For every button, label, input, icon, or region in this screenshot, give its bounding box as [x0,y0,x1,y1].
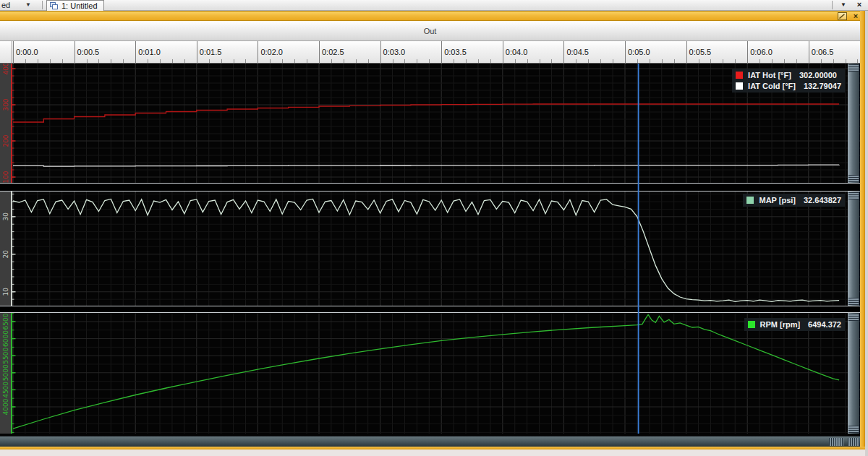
ruler-minor-tick [209,59,210,63]
window-menu-button[interactable]: ▼ [836,0,851,10]
ruler-tick-label: 0:03.0 [383,48,406,56]
window-close-button[interactable]: × [852,0,867,10]
ruler-minor-tick [833,59,834,63]
legend-rpm: RPM [rpm] 6494.372 [744,318,846,331]
ruler-minor-tick [429,59,430,63]
ruler-minor-tick [637,59,638,63]
ruler-minor-tick [551,59,552,63]
ruler-major-tick [563,41,564,64]
legend-row: IAT Cold [°F] 132.79047 [736,81,841,91]
scrollbar-grip[interactable] [848,64,859,72]
ruler-minor-tick [490,59,491,63]
plot-title: Out [424,27,437,35]
ruler-minor-tick [62,59,63,63]
wrench-icon [838,13,846,20]
ruler-major-tick [319,41,320,64]
ruler-minor-tick [50,59,51,63]
scrollbar-grip[interactable] [848,314,859,321]
ruler-tick-label: 0:00.5 [77,48,100,56]
ruler-minor-tick [417,59,417,63]
ruler-major-tick [197,41,197,64]
ruler-minor-tick [735,59,736,63]
ruler-minor-tick [662,59,663,63]
ruler-tick-label: 0:02.5 [322,48,344,56]
ruler-minor-tick [515,59,516,63]
y-axis-tick-label: 400 [2,64,9,75]
ruler-major-tick [747,41,748,64]
scrollbar-grip[interactable] [848,175,859,182]
plot-header: Out [0,21,860,41]
ruler-minor-tick [331,59,332,63]
toolbar-separator [832,1,833,9]
tab-untitled[interactable]: 1: Untitled [46,0,104,11]
ruler-tick-label: 0:06.0 [750,48,773,56]
ruler-minor-tick [87,59,88,63]
ruler-tick-label: 0:01.5 [200,48,222,56]
y-axis-tick-label: 5000 [2,364,9,381]
ruler-minor-tick [393,59,393,63]
rpm-pane-scrollbar[interactable] [848,313,859,434]
cascade-windows-icon [50,2,59,9]
ruler-minor-tick [857,59,858,63]
ruler-minor-tick [821,59,822,63]
y-axis-tick-label: 10 [2,288,9,296]
ruler-tick-label: 0:02.0 [260,48,283,56]
scrollbar-grip[interactable] [848,426,859,433]
y-axis-tick-label: 20 [2,250,9,259]
ruler-minor-tick [307,59,307,63]
scrollbar-grip[interactable] [848,298,859,305]
y-axis-tick-label: 30 [2,212,9,221]
legend-row: MAP [psi] 32.643827 [746,195,841,205]
scrollbar-grip[interactable] [848,192,859,199]
panel-close-button[interactable]: × [851,12,861,21]
y-axis-tick-label: 200 [2,134,9,147]
horizontal-scrollbar[interactable] [0,436,860,447]
hscroll-grip[interactable] [829,438,843,446]
ruler-minor-tick [784,59,785,63]
top-toolbar: ed ▼ 1: Untitled ▼ × [0,0,868,11]
ruler-tick-label: 0:03.5 [444,48,467,56]
ruler-minor-tick [25,59,26,63]
ruler-minor-tick [172,59,173,63]
ruler-minor-tick [650,59,650,63]
series-value: 32.643827 [804,196,841,205]
ruler-minor-tick [148,59,148,63]
map-pane-scrollbar[interactable] [848,192,859,306]
toolbar-clipped-text: ed [1,1,10,9]
y-axis-tick-label: 4500 [2,382,9,398]
ruler-minor-tick [98,59,99,63]
toolbar-dropdown-button[interactable]: ▼ [20,0,36,10]
hscroll-corner-grip[interactable] [848,438,859,446]
toolbar-separator [42,1,43,9]
series-name: RPM [rpm] [760,320,801,329]
y-axis-tick-label: 6500 [2,313,9,330]
series-value: 132.79047 [804,82,841,90]
iat-pane-scrollbar[interactable] [848,64,859,183]
time-ruler[interactable]: 0:00.00:00.50:01.00:01.50:02.00:02.50:03… [0,41,860,64]
ruler-minor-tick [478,59,479,63]
ruler-minor-tick [221,59,222,63]
window-border-right [860,11,865,449]
screen-edge-right [865,11,868,456]
ruler-minor-tick [796,59,797,63]
ruler-minor-tick [613,59,613,63]
panel-properties-button[interactable] [838,12,847,20]
y-axis-tick-label: 100 [2,171,9,183]
screen-edge-bottom [0,449,865,456]
ruler-major-tick [686,41,687,64]
ruler-major-tick [441,41,442,64]
series-name: IAT Hot [°F] [748,71,791,79]
series-name: IAT Cold [°F] [748,82,796,90]
ruler-minor-tick [160,59,161,63]
ruler-major-tick [135,41,136,64]
ruler-minor-tick [760,59,760,63]
ruler-minor-tick [710,59,711,63]
map-swatch [746,197,754,204]
ruler-minor-tick [466,59,467,63]
chart-canvas[interactable]: 1002003004001020304000450050005500600065… [0,64,860,436]
ruler-tick-label: 0:00.0 [16,48,38,56]
y-axis-tick-label: 4000 [2,398,9,415]
ruler-major-tick [503,41,503,64]
ruler-minor-tick [846,59,846,63]
ruler-minor-tick [540,59,540,63]
